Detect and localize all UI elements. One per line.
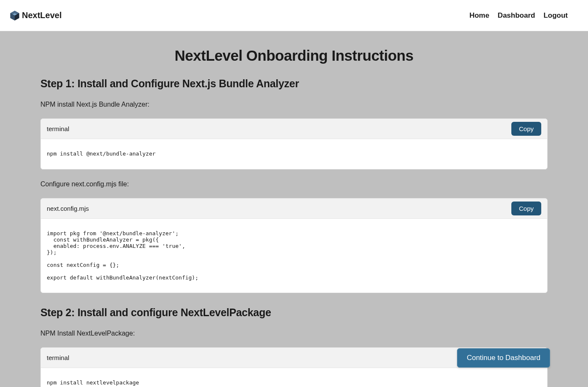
- logo-icon: [9, 10, 20, 21]
- step-1-title: Step 1: Install and Configure Next.js Bu…: [40, 78, 548, 90]
- brand-name: NextLevel: [22, 11, 62, 20]
- copy-button[interactable]: Copy: [511, 202, 541, 215]
- step-2-title: Step 2: Install and configure NextLevelP…: [40, 306, 548, 319]
- nav: Home Dashboard Logout: [469, 11, 568, 20]
- code-header: next.config.mjs Copy: [41, 199, 547, 219]
- code-filename: terminal: [47, 125, 69, 132]
- continue-to-dashboard-button[interactable]: Continue to Dashboard: [457, 348, 550, 368]
- code-content: npm install @next/bundle-analyzer: [41, 139, 547, 169]
- step-2-block-0-desc: NPM Install NextLevelPackage:: [40, 330, 548, 337]
- code-block-config: next.config.mjs Copy import pkg from '@n…: [40, 198, 548, 293]
- code-content: import pkg from '@next/bundle-analyzer';…: [41, 219, 547, 293]
- header: NextLevel Home Dashboard Logout: [0, 0, 588, 31]
- code-header: terminal Copy: [41, 119, 547, 139]
- page-title: NextLevel Onboarding Instructions: [40, 47, 548, 64]
- code-filename: next.config.mjs: [47, 205, 89, 212]
- nav-dashboard[interactable]: Dashboard: [498, 11, 535, 20]
- code-block-terminal-1: terminal Copy npm install @next/bundle-a…: [40, 118, 548, 169]
- nav-logout[interactable]: Logout: [543, 11, 568, 20]
- step-1-block-1-desc: Configure next.config.mjs file:: [40, 180, 548, 188]
- step-1-block-0-desc: NPM install Next.js Bundle Analyzer:: [40, 101, 548, 108]
- nav-home[interactable]: Home: [469, 11, 489, 20]
- code-filename: terminal: [47, 354, 69, 361]
- main-content: NextLevel Onboarding Instructions Step 1…: [40, 31, 548, 387]
- copy-button[interactable]: Copy: [511, 122, 541, 136]
- code-content: npm install nextlevelpackage: [41, 368, 547, 387]
- logo[interactable]: NextLevel: [9, 10, 62, 21]
